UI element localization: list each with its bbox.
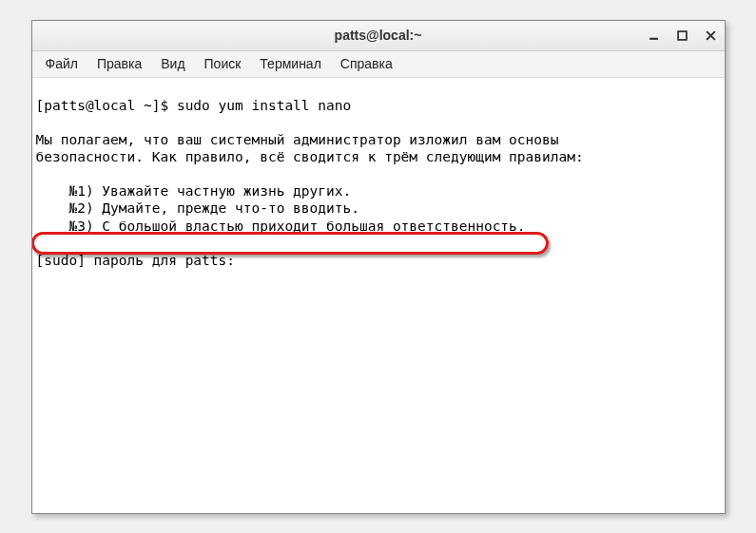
close-icon xyxy=(706,30,716,41)
lecture-line-2: безопасности. Как правило, всё сводится … xyxy=(36,149,584,164)
menu-file[interactable]: Файл xyxy=(36,52,87,75)
menu-view[interactable]: Вид xyxy=(151,52,194,75)
lecture-line-1: Мы полагаем, что ваш системный администр… xyxy=(36,132,559,147)
svg-rect-1 xyxy=(678,31,687,40)
maximize-icon xyxy=(677,30,688,41)
terminal-window: patts@local:~ Файл Правка Вид Поиск Терм… xyxy=(31,20,726,514)
maximize-button[interactable] xyxy=(675,28,690,43)
close-button[interactable] xyxy=(704,28,719,43)
password-prompt: [sudo] пароль для patts: xyxy=(36,253,243,268)
terminal-body[interactable]: [patts@local ~]$ sudo yum install nano М… xyxy=(32,78,725,513)
menu-help[interactable]: Справка xyxy=(331,52,402,75)
rule-1: №1) Уважайте частную жизнь других. xyxy=(36,183,352,199)
rule-2: №2) Думайте, прежде что-то вводить. xyxy=(36,200,359,216)
titlebar: patts@local:~ xyxy=(32,21,725,51)
shell-prompt: [patts@local ~]$ xyxy=(36,98,177,113)
menubar: Файл Правка Вид Поиск Терминал Справка xyxy=(32,51,725,78)
prompt-line: [patts@local ~]$ sudo yum install nano xyxy=(36,98,352,113)
minimize-button[interactable] xyxy=(647,28,662,43)
annotation-highlight xyxy=(32,232,549,255)
minimize-icon xyxy=(649,30,659,41)
window-controls xyxy=(647,21,719,50)
rule-3: №3) С большой властью приходит большая о… xyxy=(36,219,526,234)
menu-terminal[interactable]: Терминал xyxy=(250,52,330,75)
menu-search[interactable]: Поиск xyxy=(195,52,251,75)
window-title: patts@local:~ xyxy=(335,28,422,43)
command-text: sudo yum install nano xyxy=(177,98,351,113)
menu-edit[interactable]: Правка xyxy=(87,52,151,75)
